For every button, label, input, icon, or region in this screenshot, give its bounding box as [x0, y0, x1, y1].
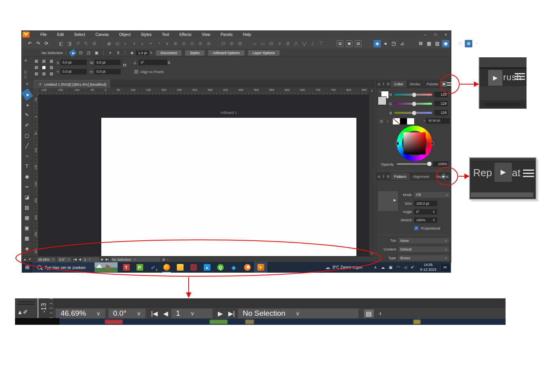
- align-bottom-icon[interactable]: ⊙: [188, 40, 196, 47]
- tab-repeat-partial[interactable]: Rep: [432, 173, 442, 180]
- tab-palette[interactable]: Palette: [424, 81, 442, 87]
- undo-icon[interactable]: ↶: [26, 40, 34, 47]
- x-field[interactable]: 0,0 pt: [61, 60, 87, 65]
- gear-icon[interactable]: ⚙: [386, 82, 390, 86]
- hex-field[interactable]: 7F7F7F: [426, 118, 450, 124]
- tab-alignment[interactable]: Alignment: [409, 173, 432, 180]
- smooth-tool[interactable]: ✑: [23, 182, 31, 192]
- menu-item[interactable]: Edit: [52, 32, 69, 38]
- tray-expand-icon[interactable]: ∧: [374, 265, 377, 270]
- mesh-warp-tool[interactable]: ▩: [23, 234, 31, 243]
- vector-brush-tool[interactable]: ✐: [23, 121, 31, 130]
- panel-pin-icon[interactable]: ‖: [383, 175, 385, 179]
- panel-menu-icon[interactable]: [447, 81, 451, 87]
- affinity-designer1-icon[interactable]: ▲: [204, 264, 210, 271]
- anchor-point-selector[interactable]: [35, 60, 53, 75]
- select-same-icon[interactable]: ◳: [85, 50, 92, 56]
- vertical-scrollbar[interactable]: ∧ ∨: [369, 88, 375, 256]
- menu-item[interactable]: View: [197, 32, 216, 38]
- slices-icon[interactable]: ▦: [425, 40, 433, 47]
- h-field[interactable]: 0,0 pt: [95, 69, 121, 74]
- style-cycle-icon[interactable]: ◈: [129, 50, 135, 56]
- close-button[interactable]: ×: [441, 32, 451, 37]
- fill-tool[interactable]: ◉: [23, 172, 31, 181]
- vscode-icon[interactable]: ◆: [231, 264, 237, 271]
- document-tab[interactable]: ⊗ Untitled 1 [RGB] [@61.8%] [Modified]: [34, 80, 110, 88]
- insert-after-icon[interactable]: ⋁: [301, 40, 308, 47]
- boolean-subtract-icon[interactable]: ◎: [114, 40, 121, 47]
- insert-top-icon[interactable]: ≡: [276, 40, 283, 47]
- text-tool[interactable]: T: [23, 162, 31, 171]
- redo-icon[interactable]: ↷: [34, 40, 42, 47]
- cycle-selection-icon[interactable]: ⊤: [317, 40, 325, 47]
- boolean-combine-icon[interactable]: ◒: [138, 40, 146, 47]
- p-app-icon[interactable]: P: [136, 264, 143, 271]
- clip-canvas-icon[interactable]: ⊡: [457, 40, 464, 47]
- aspect-lock-icon[interactable]: ⊓: [123, 63, 127, 68]
- artboard-options-button[interactable]: Artboard Options: [208, 50, 244, 56]
- noise-toggle-icon[interactable]: ⊘: [379, 119, 383, 124]
- white-swatch[interactable]: [407, 118, 414, 124]
- edit-in-photo-icon[interactable]: ⊿: [398, 40, 406, 47]
- hatch-view-icon[interactable]: ▨: [434, 40, 441, 47]
- texstudio-icon[interactable]: T: [123, 264, 130, 271]
- panel-close-icon[interactable]: ⊗: [377, 175, 381, 179]
- export-icon[interactable]: ⊠: [417, 40, 424, 47]
- page-dropdown[interactable]: 1∨: [83, 257, 99, 262]
- selection-brush-tool[interactable]: ▣: [23, 223, 31, 233]
- pen-icon[interactable]: ✐: [411, 265, 414, 270]
- size-field[interactable]: 100,0 pt: [414, 201, 437, 206]
- artboard-label[interactable]: Artboard 1: [220, 111, 237, 115]
- type-dropdown[interactable]: Boxes∨: [398, 255, 449, 261]
- menu-item[interactable]: Select: [69, 32, 90, 38]
- affinity-designer2-icon[interactable]: ▼: [258, 264, 264, 271]
- saturation-square[interactable]: [403, 132, 426, 155]
- slider-knob[interactable]: [412, 92, 417, 97]
- align-top-icon[interactable]: ⊕: [172, 40, 179, 47]
- tint-dropdown[interactable]: None∨: [398, 238, 449, 243]
- green-slider[interactable]: [394, 103, 432, 105]
- layer-options-button[interactable]: Layer Options: [248, 50, 280, 56]
- panel-expand-button[interactable]: ▶: [441, 81, 447, 87]
- menu-item[interactable]: Canvas: [90, 32, 114, 38]
- toggle-guides-icon[interactable]: ▣: [346, 40, 352, 47]
- red-slider[interactable]: [394, 94, 432, 96]
- hue-marker[interactable]: [396, 142, 399, 145]
- none-color-swatch[interactable]: [393, 118, 400, 124]
- distribute-v-icon[interactable]: ⊛: [205, 40, 212, 47]
- selection-dropdown[interactable]: No Selection∨: [110, 257, 160, 262]
- content-dropdown[interactable]: Default∨: [398, 247, 449, 252]
- gradient-tool[interactable]: ▨: [23, 203, 31, 212]
- restore-button[interactable]: □: [430, 32, 441, 37]
- wheel-toggle-icon[interactable]: ○: [386, 119, 389, 124]
- add-swatch-icon[interactable]: +: [423, 119, 425, 123]
- styles-button[interactable]: Styles: [185, 50, 205, 56]
- transform-mode-icon[interactable]: ⊟: [267, 40, 275, 47]
- wifi-icon[interactable]: ◠: [396, 265, 400, 270]
- document-button[interactable]: Document: [156, 50, 182, 56]
- insert-inside-icon[interactable]: ⋀: [292, 40, 300, 47]
- designer-persona-icon[interactable]: ◈: [373, 40, 381, 47]
- distribute-h-icon[interactable]: ⊚: [197, 40, 204, 47]
- slider-knob[interactable]: [412, 102, 417, 106]
- pan-view-icon[interactable]: +: [473, 40, 481, 47]
- transform-origin-icon[interactable]: ⊻: [115, 50, 121, 56]
- rotation-stepper[interactable]: ⇅: [167, 60, 170, 65]
- stretch-field[interactable]: 100%⇅: [414, 217, 437, 223]
- snap-to-grid-icon[interactable]: ⌖: [107, 50, 114, 56]
- align-left-icon[interactable]: ◓: [147, 40, 154, 47]
- align-to-pixels-checkbox[interactable]: [134, 70, 138, 74]
- red-value[interactable]: 128: [434, 92, 448, 97]
- boolean-intersect-icon[interactable]: ◐: [122, 40, 129, 47]
- w-field[interactable]: 0,0 pt: [95, 60, 121, 65]
- tab-close-icon[interactable]: ⊗: [39, 82, 42, 86]
- tab-color[interactable]: Color: [391, 81, 406, 87]
- panel-resize-icon[interactable]: ◫: [24, 70, 27, 74]
- pixel-tool[interactable]: ▦: [23, 213, 31, 222]
- zoom-fit-icon[interactable]: ⊕: [465, 40, 472, 47]
- hue-marker[interactable]: [431, 142, 434, 145]
- explorer-icon[interactable]: [177, 264, 184, 271]
- pencil-tool[interactable]: ✎: [23, 110, 31, 120]
- preview-mode-icon[interactable]: ◉: [442, 40, 449, 47]
- align-middle-icon[interactable]: ⊖: [180, 40, 188, 47]
